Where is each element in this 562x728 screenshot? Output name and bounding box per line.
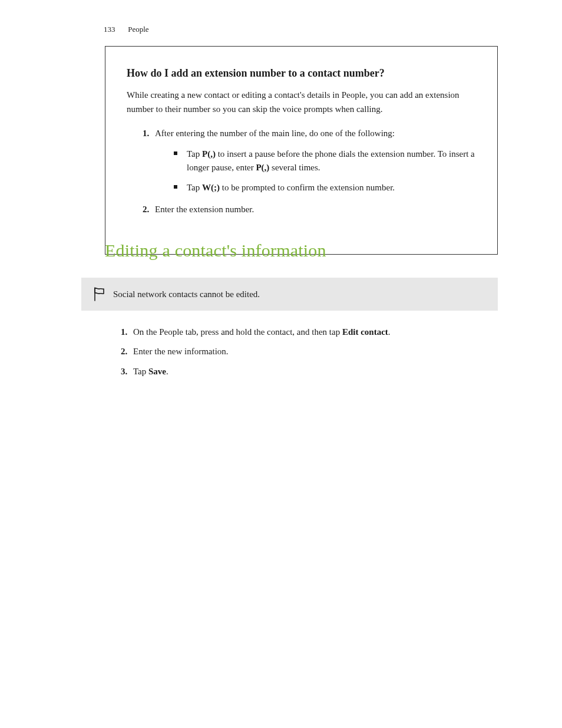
text-fragment: On the People tab, press and hold the co… <box>133 327 342 337</box>
edit-steps-list: On the People tab, press and hold the co… <box>105 325 494 378</box>
text-fragment: . <box>166 367 168 376</box>
edit-steps-block: On the People tab, press and hold the co… <box>105 325 494 384</box>
edit-step-2: Enter the new information. <box>130 345 494 358</box>
text-fragment: Tap <box>187 149 202 159</box>
bold-p-comma: P(,) <box>202 149 216 159</box>
note-text: Social network contacts cannot be edited… <box>108 288 260 301</box>
edit-step-1: On the People tab, press and hold the co… <box>130 325 494 339</box>
section-name: People <box>128 25 148 34</box>
faq-step-1-text: After entering the number of the main li… <box>155 129 395 138</box>
text-fragment: . <box>388 327 391 337</box>
text-fragment: to be prompted to confirm the extension … <box>220 183 395 192</box>
page-number: 133 <box>104 25 126 34</box>
faq-step-1: After entering the number of the main li… <box>151 127 476 195</box>
faq-box: How do I add an extension number to a co… <box>105 46 498 255</box>
edit-step-3: Tap Save. <box>130 365 494 378</box>
page-header: 133 People <box>104 25 149 34</box>
document-page: 133 People How do I add an extension num… <box>0 0 562 728</box>
text-fragment: to insert a pause before the phone dials… <box>187 149 475 172</box>
text-fragment: Tap <box>133 367 148 376</box>
text-fragment: several times. <box>269 163 320 172</box>
edit-step-2-text: Enter the new information. <box>133 347 229 356</box>
faq-sub-list: Tap P(,) to insert a pause before the ph… <box>155 147 476 195</box>
faq-bullet-1: Tap P(,) to insert a pause before the ph… <box>174 147 476 175</box>
text-fragment: Tap <box>187 183 202 192</box>
faq-step-2: Enter the extension number. <box>151 203 476 216</box>
faq-intro: While creating a new contact or editing … <box>127 88 476 116</box>
note-bar: Social network contacts cannot be edited… <box>81 278 498 311</box>
faq-title: How do I add an extension number to a co… <box>127 67 476 80</box>
bold-p-comma-2: P(,) <box>256 163 269 172</box>
bold-w-semicolon: W(;) <box>202 183 220 192</box>
faq-step-list: After entering the number of the main li… <box>127 127 476 216</box>
flag-icon <box>90 287 108 301</box>
bold-edit-contact: Edit contact <box>342 327 388 337</box>
faq-step-2-text: Enter the extension number. <box>155 205 254 214</box>
faq-bullet-2: Tap W(;) to be prompted to confirm the e… <box>174 181 476 195</box>
bold-save: Save <box>148 367 166 376</box>
section-heading-editing: Editing a contact's information <box>105 241 326 261</box>
